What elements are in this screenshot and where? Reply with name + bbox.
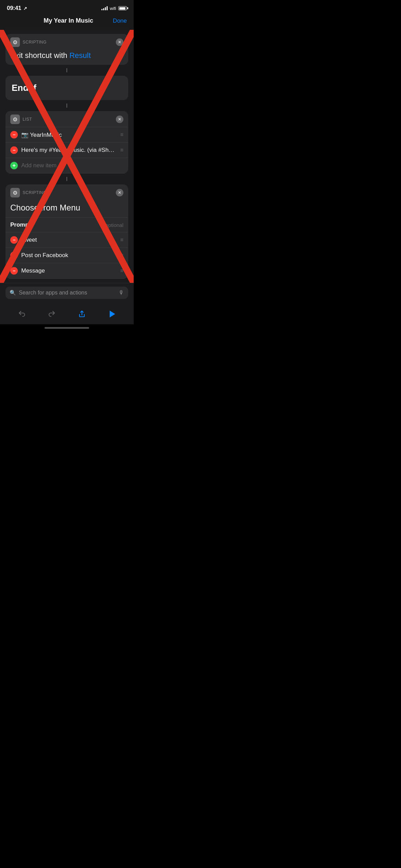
remove-button[interactable]: − xyxy=(10,252,18,259)
signal-icon xyxy=(101,6,108,10)
search-input-wrap[interactable]: 🔍 Search for apps and actions 🎙 xyxy=(5,287,128,299)
choose-menu-title: Choose from Menu xyxy=(5,200,128,217)
scripting-label: SCRIPTING xyxy=(23,40,47,45)
search-placeholder: Search for apps and actions xyxy=(19,290,116,296)
list-item: − 📷 YearInMusic ≡ xyxy=(5,127,128,143)
microphone-icon[interactable]: 🎙 xyxy=(119,290,124,296)
done-button[interactable]: Done xyxy=(113,17,127,24)
list-card: ⚙ LIST ✕ − 📷 YearInMusic ≡ − Here's my #… xyxy=(5,111,128,173)
exit-shortcut-text: Exit shortcut with Result xyxy=(10,51,91,60)
remove-button[interactable]: − xyxy=(10,267,18,275)
here-text: Here's my #YearInMusic. (via #Sh… xyxy=(21,147,114,154)
choose-menu-header: ⚙ SCRIPTING ✕ xyxy=(5,184,128,200)
choose-type-label: SCRIPTING xyxy=(23,190,47,195)
status-bar: 09:41 ↗ wifi xyxy=(0,0,134,14)
add-new-item-row[interactable]: + Add new item xyxy=(5,158,128,173)
nav-bar: My Year In Music Done xyxy=(0,14,134,30)
battery-icon xyxy=(118,6,127,10)
search-bar: 🔍 Search for apps and actions 🎙 xyxy=(0,283,134,302)
location-icon: ↗ xyxy=(23,6,27,11)
menu-item-message: − Message ≡ xyxy=(5,263,128,279)
connector-line xyxy=(66,68,67,72)
time-display: 09:41 ↗ xyxy=(7,5,27,12)
year-in-music-token[interactable]: 📷 YearInMusic xyxy=(21,131,62,138)
bottom-toolbar xyxy=(0,302,134,324)
home-bar xyxy=(45,327,89,329)
tweet-label: Tweet xyxy=(21,237,37,243)
connector-line-2 xyxy=(66,104,67,108)
result-token[interactable]: Result xyxy=(69,51,90,60)
search-icon: 🔍 xyxy=(10,290,16,296)
choose-menu-card: ⚙ SCRIPTING ✕ Choose from Menu Prompt op… xyxy=(5,184,128,279)
end-if-text: End If xyxy=(12,83,36,93)
add-new-label: Add new item xyxy=(21,162,57,169)
list-card-header: ⚙ LIST ✕ xyxy=(5,111,128,127)
scripting-icon: ⚙ xyxy=(10,37,20,47)
connector-line-3 xyxy=(66,177,67,181)
facebook-label: Post on Facebook xyxy=(21,252,68,259)
message-label: Message xyxy=(21,267,45,274)
drag-handle-icon[interactable]: ≡ xyxy=(120,252,123,258)
list-scripting-icon: ⚙ xyxy=(10,114,20,124)
exit-shortcut-header: ⚙ SCRIPTING ✕ xyxy=(5,34,128,50)
svg-marker-2 xyxy=(110,311,115,317)
close-button[interactable]: ✕ xyxy=(116,38,123,46)
remove-button[interactable]: − xyxy=(10,236,18,244)
prompt-row: Prompt optional xyxy=(5,217,128,232)
remove-button[interactable]: − xyxy=(10,146,18,154)
page-title: My Year In Music xyxy=(44,17,93,24)
prompt-label: Prompt xyxy=(10,221,31,228)
list-close-button[interactable]: ✕ xyxy=(116,116,123,123)
home-indicator xyxy=(0,324,134,333)
end-if-block: End If xyxy=(5,76,128,100)
menu-item-facebook: − Post on Facebook ≡ xyxy=(5,248,128,263)
list-type-label: LIST xyxy=(23,117,32,122)
exit-shortcut-card: ⚙ SCRIPTING ✕ Exit shortcut with Result xyxy=(5,34,128,65)
drag-handle-icon[interactable]: ≡ xyxy=(120,268,123,274)
play-button[interactable] xyxy=(104,306,119,322)
undo-button[interactable] xyxy=(14,306,29,322)
remove-button[interactable]: − xyxy=(10,131,18,138)
add-button[interactable]: + xyxy=(10,162,18,169)
exit-shortcut-body: Exit shortcut with Result xyxy=(5,50,128,65)
wifi-icon: wifi xyxy=(110,6,116,11)
time-text: 09:41 xyxy=(7,5,21,11)
drag-handle-icon[interactable]: ≡ xyxy=(120,147,123,153)
redo-button[interactable] xyxy=(44,306,59,322)
drag-handle-icon[interactable]: ≡ xyxy=(120,237,123,243)
menu-item-tweet: − Tweet ≡ xyxy=(5,232,128,248)
share-button[interactable] xyxy=(74,306,89,322)
status-icons: wifi xyxy=(101,6,127,11)
prompt-optional: optional xyxy=(105,222,123,228)
drag-handle-icon[interactable]: ≡ xyxy=(120,132,123,138)
choose-close-button[interactable]: ✕ xyxy=(116,189,123,196)
main-content: ⚙ SCRIPTING ✕ Exit shortcut with Result … xyxy=(0,30,134,283)
choose-scripting-icon: ⚙ xyxy=(10,188,20,197)
list-item: − Here's my #YearInMusic. (via #Sh… ≡ xyxy=(5,143,128,158)
